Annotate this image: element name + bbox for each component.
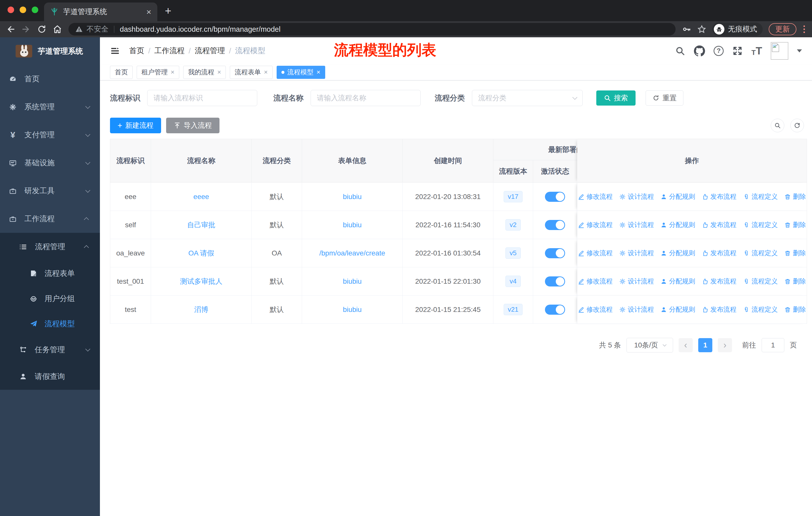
next-page-button[interactable]: ›: [718, 338, 732, 352]
action-delete-link[interactable]: 删除: [784, 305, 806, 314]
active-toggle[interactable]: [545, 220, 565, 230]
close-icon[interactable]: ×: [264, 68, 267, 76]
close-icon[interactable]: ×: [317, 68, 320, 76]
tag-process-model[interactable]: 流程模型×: [277, 66, 325, 79]
tag-my-process[interactable]: 我的流程×: [183, 66, 226, 79]
sidebar-item-infra[interactable]: 基础设施: [0, 149, 100, 177]
bookmark-star-icon[interactable]: [697, 25, 706, 34]
breadcrumb-process-manage[interactable]: 流程管理: [195, 46, 225, 56]
action-assign-rule-link[interactable]: 分配规则: [661, 192, 695, 201]
help-icon[interactable]: ?: [714, 46, 724, 56]
active-toggle[interactable]: [545, 305, 565, 315]
action-design-link[interactable]: 设计流程: [619, 277, 654, 286]
sidebar-item-task-manage[interactable]: 任务管理: [0, 336, 100, 363]
sidebar-item-home[interactable]: 首页: [0, 65, 100, 93]
refresh-button[interactable]: [790, 119, 804, 132]
action-deploy-link[interactable]: 发布流程: [702, 305, 736, 314]
home-icon[interactable]: [53, 25, 62, 34]
sidebar-item-payment[interactable]: ¥ 支付管理: [0, 121, 100, 149]
close-icon[interactable]: ×: [217, 68, 221, 76]
back-icon[interactable]: [6, 25, 15, 34]
browser-tab[interactable]: 芋道管理系统 ×: [44, 2, 157, 21]
model-name-link[interactable]: eeee: [193, 193, 209, 201]
action-deploy-link[interactable]: 发布流程: [702, 220, 736, 229]
action-assign-rule-link[interactable]: 分配规则: [661, 305, 695, 314]
action-delete-link[interactable]: 删除: [784, 249, 806, 257]
action-delete-link[interactable]: 删除: [784, 192, 806, 201]
avatar[interactable]: [771, 42, 788, 60]
process-name-input[interactable]: [311, 90, 420, 106]
action-modify-link[interactable]: 修改流程: [578, 249, 613, 257]
reload-icon[interactable]: [37, 25, 46, 34]
fullscreen-icon[interactable]: [732, 46, 743, 56]
active-toggle[interactable]: [545, 276, 565, 287]
tab-close-icon[interactable]: ×: [146, 7, 151, 16]
active-toggle[interactable]: [545, 248, 565, 258]
search-button[interactable]: 搜索: [596, 90, 636, 106]
browser-menu-icon[interactable]: [803, 24, 806, 34]
form-info-link[interactable]: biubiu: [343, 277, 362, 286]
close-icon[interactable]: ×: [171, 68, 174, 76]
tag-process-form[interactable]: 流程表单×: [230, 66, 272, 79]
action-definition-link[interactable]: 流程定义: [743, 192, 778, 201]
action-deploy-link[interactable]: 发布流程: [702, 249, 736, 257]
update-button[interactable]: 更新: [769, 23, 796, 35]
collapse-sidebar-icon[interactable]: [110, 46, 120, 56]
action-delete-link[interactable]: 删除: [784, 220, 806, 229]
action-deploy-link[interactable]: 发布流程: [702, 192, 736, 201]
tag-home[interactable]: 首页: [110, 66, 133, 79]
tag-tenant[interactable]: 租户管理×: [137, 66, 179, 79]
action-deploy-link[interactable]: 发布流程: [702, 277, 736, 286]
process-category-select[interactable]: 流程分类: [472, 90, 583, 106]
sidebar-item-leave-query[interactable]: 请假查询: [0, 363, 100, 390]
model-name-link[interactable]: 滔博: [194, 305, 208, 315]
process-key-input[interactable]: [147, 90, 257, 106]
maximize-window-button[interactable]: [32, 6, 38, 13]
model-name-link[interactable]: OA 请假: [188, 248, 214, 258]
close-window-button[interactable]: [7, 6, 14, 13]
form-info-link[interactable]: biubiu: [343, 221, 362, 229]
sidebar-item-process-form[interactable]: 流程表单: [0, 261, 100, 286]
current-page-button[interactable]: 1: [698, 338, 712, 352]
action-modify-link[interactable]: 修改流程: [578, 192, 613, 201]
action-assign-rule-link[interactable]: 分配规则: [661, 220, 695, 229]
action-design-link[interactable]: 设计流程: [619, 305, 654, 314]
prev-page-button[interactable]: ‹: [678, 338, 693, 352]
github-icon[interactable]: [694, 45, 705, 56]
action-definition-link[interactable]: 流程定义: [743, 277, 778, 286]
action-modify-link[interactable]: 修改流程: [578, 305, 613, 314]
active-toggle[interactable]: [545, 192, 565, 202]
sidebar-item-user-group[interactable]: 用户分组: [0, 286, 100, 311]
create-process-button[interactable]: + 新建流程: [110, 118, 161, 133]
action-definition-link[interactable]: 流程定义: [743, 305, 778, 314]
action-modify-link[interactable]: 修改流程: [578, 220, 613, 229]
url-bar[interactable]: 不安全 dashboard.yudao.iocoder.cn/bpm/manag…: [68, 23, 675, 35]
model-name-link[interactable]: 测试多审批人: [180, 277, 223, 286]
page-size-select[interactable]: 10条/页: [627, 338, 673, 352]
sidebar-item-process-manage[interactable]: 流程管理: [0, 233, 100, 261]
action-design-link[interactable]: 设计流程: [619, 220, 654, 229]
action-assign-rule-link[interactable]: 分配规则: [661, 249, 695, 257]
action-definition-link[interactable]: 流程定义: [743, 249, 778, 257]
sidebar-item-system[interactable]: 系统管理: [0, 93, 100, 121]
import-process-button[interactable]: 导入流程: [166, 118, 220, 133]
form-info-link[interactable]: /bpm/oa/leave/create: [319, 249, 385, 257]
action-delete-link[interactable]: 删除: [784, 277, 806, 286]
minimize-window-button[interactable]: [20, 6, 26, 13]
form-info-link[interactable]: biubiu: [343, 306, 362, 314]
password-key-icon[interactable]: [682, 25, 691, 34]
breadcrumb-home[interactable]: 首页: [129, 46, 144, 56]
action-design-link[interactable]: 设计流程: [619, 192, 654, 201]
action-definition-link[interactable]: 流程定义: [743, 220, 778, 229]
avatar-caret-icon[interactable]: [797, 49, 802, 52]
sidebar-item-devtools[interactable]: 研发工具: [0, 177, 100, 205]
font-size-icon[interactable]: TT: [751, 46, 762, 56]
search-icon[interactable]: [675, 46, 686, 56]
model-name-link[interactable]: 自己审批: [187, 220, 215, 230]
action-design-link[interactable]: 设计流程: [619, 249, 654, 257]
sidebar-item-process-model[interactable]: 流程模型: [0, 311, 100, 336]
form-info-link[interactable]: biubiu: [343, 193, 362, 201]
action-modify-link[interactable]: 修改流程: [578, 277, 613, 286]
reset-button[interactable]: 重置: [646, 90, 684, 106]
window-controls[interactable]: [7, 6, 38, 13]
